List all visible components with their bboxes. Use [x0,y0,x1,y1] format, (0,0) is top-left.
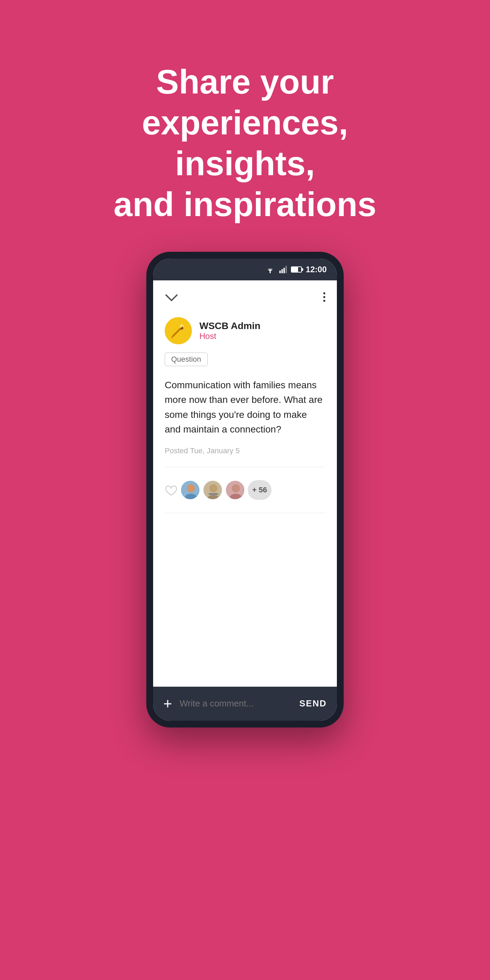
svg-point-19 [232,484,240,492]
avatar-icon [170,322,187,339]
svg-rect-3 [283,268,285,273]
more-reactions-count[interactable]: + 56 [248,480,272,500]
comment-input[interactable] [180,698,292,709]
phone-screen: 12:00 [153,259,337,721]
svg-line-10 [182,326,183,326]
wifi-icon [265,266,275,273]
post-header: WSCB Admin Host [153,314,337,353]
svg-rect-2 [282,269,283,273]
status-time: 12:00 [306,265,327,274]
author-name: WSCB Admin [199,321,260,331]
author-role: Host [199,331,260,341]
signal-icon [279,266,287,273]
divider-1 [165,467,325,467]
battery-icon [291,266,302,272]
divider-2 [165,513,325,513]
phone-mockup: 12:00 [146,252,344,727]
back-button[interactable] [165,290,178,304]
more-menu-button[interactable] [323,292,325,302]
svg-line-7 [172,337,172,338]
reaction-avatar-1 [180,480,200,500]
status-icons: 12:00 [265,265,327,274]
dot-1 [323,292,325,294]
comments-area [153,517,337,687]
svg-rect-16 [208,493,218,495]
reactions-row: + 56 [153,471,337,509]
svg-marker-6 [180,326,183,330]
svg-line-5 [173,329,180,336]
hero-section: Share your experiences, insights, and in… [0,61,490,224]
like-button[interactable] [165,483,178,497]
question-badge-container: Question [165,353,325,366]
hero-title: Share your experiences, insights, and in… [68,61,422,224]
badge-label: Question [165,353,208,366]
svg-point-12 [187,484,195,492]
person-2-avatar-img [204,481,223,500]
person-1-avatar-img [181,481,200,500]
person-3-avatar-img [226,481,245,500]
post-text: Communication with families means more n… [165,378,325,437]
author-info: WSCB Admin Host [199,321,260,341]
svg-point-0 [269,272,271,273]
reaction-avatar-3 [225,480,245,500]
post-body: Communication with families means more n… [153,374,337,463]
status-bar: 12:00 [153,259,337,280]
author-avatar [165,317,192,344]
top-nav [153,280,337,314]
svg-point-15 [209,484,218,492]
hero-line2: experiences, insights, [142,103,348,182]
comment-bar: + SEND [153,687,337,721]
svg-rect-4 [285,266,287,273]
svg-line-9 [180,326,181,326]
hero-line1: Share your [156,63,334,101]
dot-3 [323,300,325,302]
svg-rect-1 [279,270,281,273]
send-button[interactable]: SEND [299,698,327,709]
reaction-avatar-2 [203,480,223,500]
post-date: Posted Tue, January 5 [165,447,325,455]
dot-2 [323,296,325,298]
add-attachment-button[interactable]: + [163,696,172,711]
app-content: WSCB Admin Host Question Communication w… [153,280,337,687]
hero-line3: and inspirations [114,185,376,223]
